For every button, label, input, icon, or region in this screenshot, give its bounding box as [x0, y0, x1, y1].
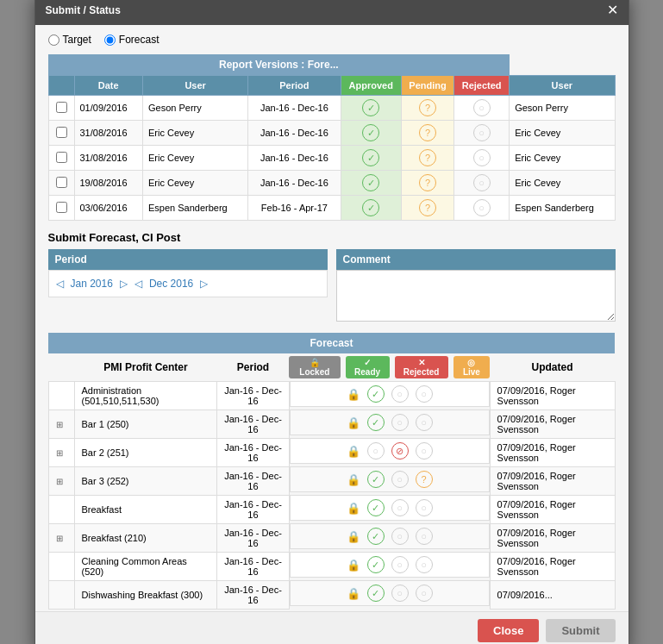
row-pending: ?: [401, 171, 453, 196]
forecast-row: ⊞ Bar 2 (251) Jan-16 - Dec-16 🔒○⊘○ 07/09…: [48, 438, 615, 466]
comment-section: Comment: [336, 249, 616, 324]
forecast-table: Forecast PMI Profit Center Period 🔒 Lock…: [48, 333, 616, 610]
dec-right-arrow[interactable]: ▷: [200, 278, 208, 290]
expand-icon[interactable]: ⊞: [56, 477, 63, 486]
forecast-row: ⊞ Bar 1 (250) Jan-16 - Dec-16 🔒✓○○ 07/09…: [48, 410, 615, 438]
row-updated: 07/09/2016, Roger Svensson: [490, 466, 615, 495]
live-icon: ○: [416, 585, 433, 602]
row-user1: Espen Sanderberg: [142, 196, 247, 221]
pending-icon: ?: [419, 149, 436, 166]
period-nav: ◁ Jan 2016 ▷ ◁ Dec 2016 ▷: [48, 270, 328, 297]
row-updated: 07/09/2016, Roger Svensson: [490, 523, 615, 552]
col-checkbox: [48, 76, 74, 96]
ready-icon: ○: [367, 442, 385, 460]
row-name: Bar 1 (250): [74, 410, 217, 438]
row-date: 19/08/2016: [74, 171, 142, 196]
row-rejected-icon: ○: [391, 385, 409, 403]
col-date: Date: [74, 76, 142, 96]
row-period: Jan-16 - Dec-16: [217, 381, 289, 410]
row-status: 🔒○⊘○: [290, 438, 490, 464]
row-user2: Espen Sanderberg: [510, 196, 615, 221]
row-status: 🔒✓○○: [290, 552, 490, 578]
row-name: Breakfast (210): [74, 523, 217, 552]
comment-header: Comment: [336, 249, 616, 270]
row-user2: Eric Cevey: [510, 146, 615, 171]
row-rejected: ○: [454, 171, 510, 196]
forecast-row: ⊞ Bar 3 (252) Jan-16 - Dec-16 🔒✓○? 07/09…: [48, 466, 615, 495]
row-user1: Eric Cevey: [142, 171, 247, 196]
approved-icon: ✓: [362, 149, 379, 166]
rejected-icon: ○: [473, 174, 491, 191]
fcol-expand: [48, 353, 74, 381]
row-name: Administration (501,510,511,530): [74, 381, 217, 410]
row-period: Jan-16 - Dec-16: [217, 580, 289, 609]
status-badges-row: 🔒 Locked ✓ Ready ✕ Rejected ◎ Live: [289, 353, 490, 381]
lock-icon: 🔒: [347, 502, 360, 515]
row-expand-cell: [48, 495, 74, 523]
row-checkbox[interactable]: [48, 96, 74, 121]
row-checkbox[interactable]: [48, 121, 74, 146]
row-approved: ✓: [341, 196, 401, 221]
row-name: Bar 2 (251): [74, 438, 217, 466]
close-icon[interactable]: ✕: [607, 2, 618, 18]
jan-right-arrow[interactable]: ▷: [120, 278, 128, 290]
row-updated: 07/09/2016, Roger Svensson: [490, 381, 615, 410]
row-status: 🔒✓○○: [290, 410, 490, 435]
period-header: Period: [48, 249, 328, 270]
row-period: Jan-16 - Dec-16: [217, 410, 289, 438]
expand-icon[interactable]: ⊞: [56, 534, 63, 543]
row-rejected-icon: ○: [391, 556, 409, 573]
badge-rejected: ✕ Rejected: [395, 356, 448, 378]
pending-icon: ?: [419, 199, 436, 216]
row-status: 🔒✓○○: [290, 580, 490, 606]
row-period: Jan-16 - Dec-16: [248, 146, 341, 171]
row-checkbox[interactable]: [48, 146, 74, 171]
live-icon: ○: [416, 385, 433, 403]
forecast-row: Administration (501,510,511,530) Jan-16 …: [48, 381, 615, 410]
forecast-table-header: Forecast: [48, 333, 615, 353]
row-user2: Geson Perry: [510, 96, 615, 121]
row-rejected: ○: [454, 146, 510, 171]
row-checkbox[interactable]: [48, 196, 74, 221]
row-expand-cell: [48, 381, 74, 410]
row-expand-cell: ⊞: [48, 438, 74, 466]
live-icon: ○: [416, 414, 433, 431]
row-period: Jan-16 - Dec-16: [248, 121, 341, 146]
radio-forecast[interactable]: Forecast: [104, 34, 159, 46]
pending-icon: ?: [419, 174, 436, 191]
row-status: 🔒✓○○: [290, 523, 490, 549]
report-version-row: 31/08/2016 Eric Cevey Jan-16 - Dec-16 ✓ …: [48, 121, 615, 146]
row-expand-cell: ⊞: [48, 523, 74, 552]
lock-icon: 🔒: [347, 530, 360, 543]
row-pending: ?: [401, 196, 453, 221]
row-user1: Geson Perry: [142, 96, 247, 121]
row-updated: 07/09/2016, Roger Svensson: [490, 410, 615, 438]
jan-left-arrow[interactable]: ◁: [56, 278, 64, 290]
expand-icon[interactable]: ⊞: [56, 420, 63, 429]
row-name: Dishwashing Breakfast (300): [74, 580, 217, 609]
modal-title: Submit / Status: [46, 4, 121, 16]
modal-window: Submit / Status ✕ Target Forecast Report…: [34, 0, 629, 644]
live-icon: ○: [416, 528, 433, 545]
rejected-icon: ○: [473, 199, 491, 216]
row-user1: Eric Cevey: [142, 146, 247, 171]
dec-left-arrow[interactable]: ◁: [134, 278, 142, 290]
comment-input[interactable]: [336, 270, 616, 322]
jan-label: Jan 2016: [71, 278, 113, 290]
ready-icon: ✓: [367, 499, 385, 516]
live-icon: ○: [416, 499, 433, 516]
row-user2: Eric Cevey: [510, 171, 615, 196]
fcol-status: 🔒 Locked ✓ Ready ✕ Rejected ◎ Live: [289, 353, 490, 381]
row-checkbox[interactable]: [48, 171, 74, 196]
row-period: Jan-16 - Dec-16: [248, 171, 341, 196]
row-user2: Eric Cevey: [510, 121, 615, 146]
forecast-row: Cleaning Common Areas (520) Jan-16 - Dec…: [48, 552, 615, 580]
row-period: Jan-16 - Dec-16: [217, 495, 289, 523]
expand-icon[interactable]: ⊞: [56, 448, 63, 458]
submit-button[interactable]: Submit: [546, 619, 615, 642]
row-name: Bar 3 (252): [74, 466, 217, 495]
radio-target[interactable]: Target: [48, 34, 91, 46]
radio-group: Target Forecast: [48, 34, 616, 46]
close-button[interactable]: Close: [478, 619, 539, 642]
approved-icon: ✓: [362, 99, 379, 116]
